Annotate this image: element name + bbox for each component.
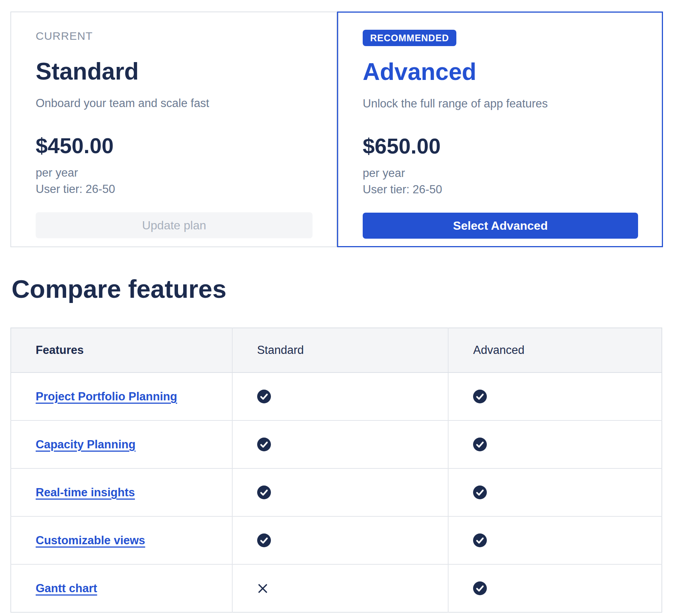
- recommended-badge: RECOMMENDED: [363, 30, 456, 46]
- select-advanced-button[interactable]: Select Advanced: [363, 213, 638, 239]
- column-header-features: Features: [11, 328, 232, 372]
- plan-period-standard: per year: [36, 165, 78, 181]
- check-circle-icon: [257, 486, 271, 499]
- plan-card-advanced: RECOMMENDED Advanced Unlock the full ran…: [337, 12, 663, 247]
- feature-link[interactable]: Capacity Planning: [36, 438, 136, 451]
- table-row: Customizable views: [11, 516, 662, 564]
- feature-comparison-table: Features Standard Advanced Project Portf…: [10, 328, 662, 613]
- plans-page: CURRENT Standard Onboard your team and s…: [0, 0, 673, 613]
- table-header-row: Features Standard Advanced: [11, 328, 662, 372]
- check-circle-icon: [257, 438, 271, 451]
- check-circle-icon: [473, 581, 487, 595]
- check-circle-icon: [473, 438, 487, 451]
- check-circle-icon: [473, 390, 487, 403]
- plan-name-standard: Standard: [36, 57, 139, 86]
- table-row: Capacity Planning: [11, 420, 662, 468]
- current-plan-label: CURRENT: [36, 29, 93, 43]
- plan-user-tier-advanced: User tier: 26-50: [363, 181, 442, 198]
- feature-link[interactable]: Customizable views: [36, 534, 145, 547]
- feature-link[interactable]: Real-time insights: [36, 486, 135, 499]
- feature-link[interactable]: Project Portfolio Planning: [36, 390, 177, 403]
- update-plan-button[interactable]: Update plan: [36, 212, 313, 238]
- plan-user-tier-standard: User tier: 26-50: [36, 181, 115, 197]
- check-circle-icon: [473, 533, 487, 547]
- column-header-standard: Standard: [232, 328, 449, 372]
- plan-price-advanced: $650.00: [363, 133, 441, 159]
- column-header-advanced: Advanced: [448, 328, 662, 372]
- plan-card-standard-content: CURRENT Standard Onboard your team and s…: [11, 12, 336, 248]
- plan-description-advanced: Unlock the full range of app features: [363, 96, 548, 112]
- plan-period-advanced: per year: [363, 165, 405, 181]
- check-circle-icon: [257, 533, 271, 547]
- compare-features-title: Compare features: [12, 274, 663, 304]
- check-circle-icon: [473, 486, 487, 499]
- check-circle-icon: [257, 390, 271, 403]
- plan-description-standard: Onboard your team and scale fast: [36, 96, 209, 111]
- plan-price-standard: $450.00: [36, 133, 114, 159]
- feature-link[interactable]: Gantt chart: [36, 582, 97, 595]
- plan-cards: CURRENT Standard Onboard your team and s…: [10, 12, 663, 247]
- plan-card-standard: CURRENT Standard Onboard your team and s…: [10, 12, 337, 247]
- plan-card-advanced-content: RECOMMENDED Advanced Unlock the full ran…: [338, 13, 662, 248]
- plan-name-advanced: Advanced: [363, 57, 476, 86]
- table-row: Project Portfolio Planning: [11, 372, 662, 420]
- x-mark-icon: [257, 583, 268, 594]
- table-row: Real-time insights: [11, 468, 662, 516]
- table-row: Gantt chart: [11, 564, 662, 612]
